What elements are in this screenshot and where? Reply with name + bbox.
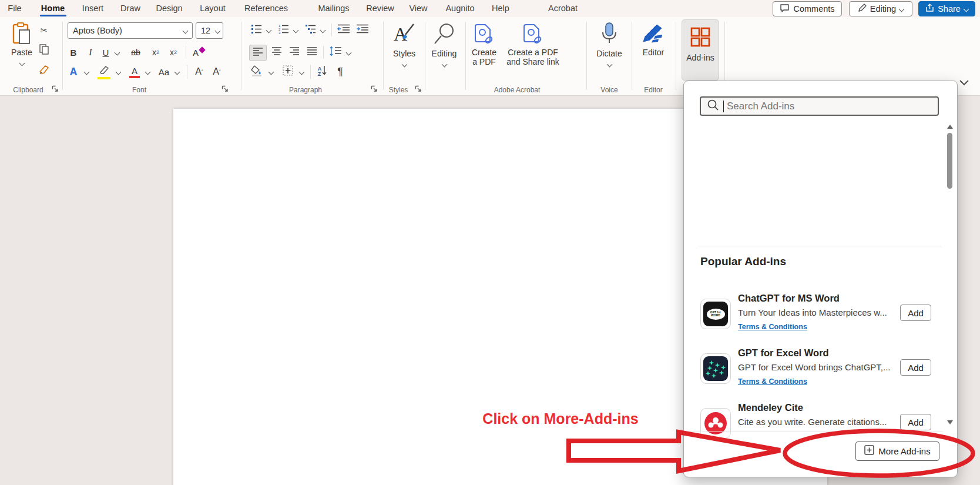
create-pdf-button[interactable]: Create a PDF	[468, 21, 500, 86]
shading-button[interactable]	[249, 63, 266, 80]
editing-button[interactable]: Editing	[427, 21, 461, 79]
group-divider	[676, 22, 676, 90]
chevron-down-icon[interactable]	[84, 69, 90, 75]
add-button-chatgpt[interactable]: Add	[900, 305, 931, 321]
cut-button[interactable]: ✂	[36, 23, 52, 38]
grow-font-button[interactable]: Aˆ	[192, 63, 207, 80]
paste-button[interactable]: Paste	[7, 19, 36, 81]
scroll-down-arrow[interactable]	[946, 417, 954, 428]
format-painter-button[interactable]	[36, 63, 52, 78]
menu-home[interactable]: Home	[40, 0, 66, 16]
chevron-down-icon[interactable]	[269, 69, 274, 75]
add-button-mendeley[interactable]: Add	[900, 414, 931, 430]
terms-conditions-link[interactable]: Terms & Conditions	[738, 377, 807, 386]
bullet-list-button[interactable]	[249, 22, 264, 38]
scrollbar-thumb[interactable]	[947, 133, 952, 189]
decrease-indent-button[interactable]	[336, 22, 351, 38]
divider	[187, 65, 187, 79]
font-group-label: Font	[110, 86, 169, 94]
chevron-down-icon[interactable]	[145, 69, 151, 75]
numbered-list-button[interactable]: 123	[276, 22, 291, 38]
menu-help[interactable]: Help	[491, 0, 511, 16]
group-divider	[465, 22, 466, 90]
font-name-combobox[interactable]: Aptos (Body)	[68, 22, 193, 39]
terms-conditions-link[interactable]: Terms & Conditions	[738, 323, 807, 331]
font-name-value: Aptos (Body)	[68, 26, 183, 35]
dictate-button[interactable]: Dictate	[592, 21, 626, 79]
shrink-font-button[interactable]: Aˇ	[209, 63, 224, 80]
align-left-button[interactable]	[249, 45, 267, 61]
menu-insert[interactable]: Insert	[81, 0, 105, 16]
menu-acrobat[interactable]: Acrobat	[547, 0, 579, 16]
add-button-gpt-excel[interactable]: Add	[900, 359, 931, 376]
strikethrough-button[interactable]: ab	[127, 45, 145, 60]
chevron-down-icon[interactable]	[115, 50, 120, 56]
search-icon	[707, 99, 720, 114]
highlight-color-button[interactable]	[95, 63, 113, 80]
comments-button[interactable]: Comments	[773, 1, 842, 16]
borders-button[interactable]	[280, 63, 296, 80]
menu-layout[interactable]: Layout	[199, 0, 227, 16]
chevron-down-icon[interactable]	[174, 69, 180, 75]
italic-button[interactable]: I	[85, 45, 96, 60]
chevron-down-icon[interactable]	[320, 28, 326, 34]
align-right-button[interactable]	[287, 45, 302, 60]
chevron-down-icon	[963, 6, 969, 12]
styles-button[interactable]: A Styles	[388, 21, 421, 79]
font-color-button[interactable]: A	[127, 63, 142, 80]
chevron-down-icon[interactable]	[346, 50, 352, 56]
menu-mailings[interactable]: Mailings	[317, 0, 350, 16]
chevron-down-icon[interactable]	[266, 28, 272, 34]
editor-button[interactable]: Editor	[636, 21, 671, 79]
pilcrow-icon: ¶	[337, 66, 343, 78]
addins-search-box[interactable]: Search Add-ins	[700, 96, 939, 116]
more-addins-label: More Add-ins	[878, 446, 930, 456]
justify-button[interactable]	[304, 45, 320, 60]
chevron-down-icon[interactable]	[116, 69, 122, 75]
editing-mode-dropdown[interactable]: Editing	[849, 1, 912, 16]
menu-draw[interactable]: Draw	[119, 0, 142, 16]
menu-design[interactable]: Design	[155, 0, 183, 16]
menu-review[interactable]: Review	[365, 0, 395, 16]
align-center-button[interactable]	[269, 45, 284, 60]
addin-description: Cite as you write. Generate citations...	[738, 417, 887, 427]
menu-file[interactable]: File	[6, 0, 22, 16]
more-addins-button[interactable]: More Add-ins	[855, 441, 939, 461]
chevron-down-icon[interactable]	[293, 28, 299, 34]
share-button[interactable]: Share	[918, 1, 975, 16]
menu-view[interactable]: View	[408, 0, 428, 16]
group-divider	[383, 22, 384, 90]
text-effects-button[interactable]: A	[66, 63, 81, 80]
font-size-combobox[interactable]: 12	[196, 22, 223, 39]
sort-button[interactable]: A Z	[314, 63, 331, 80]
underline-button[interactable]: U	[99, 45, 113, 60]
subscript-button[interactable]: x2	[148, 45, 163, 60]
menu-references[interactable]: References	[243, 0, 289, 16]
chevron-down-icon	[215, 28, 221, 34]
increase-indent-button[interactable]	[355, 22, 370, 38]
group-divider	[241, 22, 241, 90]
collapse-ribbon-chevron-icon[interactable]	[958, 77, 971, 90]
multilevel-list-button[interactable]	[303, 22, 318, 38]
chevron-down-icon[interactable]	[299, 69, 305, 75]
line-spacing-button[interactable]	[327, 45, 344, 60]
bold-button[interactable]: B	[66, 45, 81, 60]
change-case-button[interactable]: Aa	[155, 63, 173, 80]
dictate-label: Dictate	[592, 49, 626, 58]
styles-dialog-launcher[interactable]	[415, 84, 422, 95]
pilcrow-button[interactable]: ¶	[334, 63, 347, 80]
scroll-up-arrow[interactable]	[946, 122, 954, 133]
clipboard-dialog-launcher[interactable]	[52, 84, 59, 95]
multilevel-list-icon	[305, 23, 317, 37]
superscript-button[interactable]: x2	[166, 45, 181, 60]
paint-bucket-icon	[251, 64, 264, 79]
add-label: Add	[908, 308, 924, 318]
copy-button[interactable]	[36, 43, 52, 58]
align-left-icon	[253, 47, 263, 59]
clear-formatting-button[interactable]: A	[190, 45, 207, 60]
font-dialog-launcher[interactable]	[221, 84, 229, 95]
menu-augnito[interactable]: Augnito	[444, 0, 475, 16]
addins-button[interactable]: Add-ins	[682, 19, 719, 81]
create-pdf-share-button[interactable]: Create a PDF and Share link	[502, 21, 563, 86]
gpt-excel-addin-icon	[700, 353, 731, 384]
